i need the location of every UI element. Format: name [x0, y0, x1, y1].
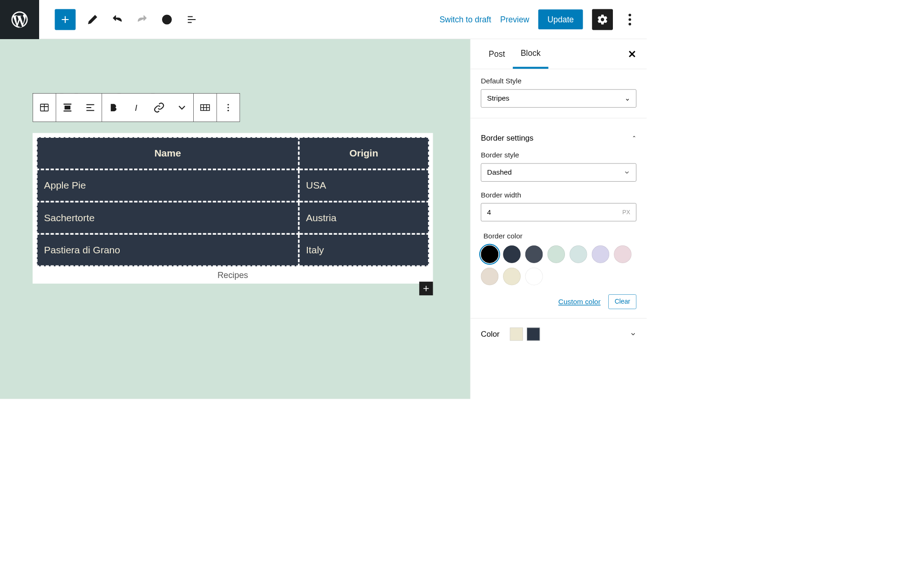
italic-icon[interactable]: I — [125, 94, 148, 122]
block-more-icon[interactable] — [217, 94, 240, 122]
color-swatch[interactable] — [503, 268, 521, 285]
info-icon[interactable] — [159, 12, 175, 27]
border-style-select[interactable]: Dashed — [481, 163, 637, 182]
table-header[interactable]: Name — [37, 137, 299, 169]
svg-text:I: I — [135, 103, 137, 113]
svg-point-2 — [629, 18, 632, 21]
border-width-input[interactable]: PX — [481, 203, 637, 221]
block-toolbar: B I — [33, 93, 240, 122]
table-row: Apple PieUSA — [37, 170, 429, 202]
color-swatch[interactable] — [503, 245, 521, 263]
svg-point-11 — [227, 110, 229, 111]
settings-button[interactable] — [592, 9, 613, 30]
preview-button[interactable]: Preview — [500, 15, 529, 24]
chevron-down-icon: ⌄ — [625, 94, 631, 102]
color-swatches — [481, 245, 637, 285]
switch-to-draft-button[interactable]: Switch to draft — [440, 15, 491, 24]
color-swatch[interactable] — [547, 245, 565, 263]
default-style-label: Default Style — [481, 77, 637, 85]
table-row: SachertorteAustria — [37, 202, 429, 234]
wordpress-logo[interactable] — [0, 0, 39, 39]
table-block-icon[interactable] — [33, 94, 56, 122]
close-sidebar-icon[interactable]: ✕ — [628, 48, 637, 61]
text-align-icon[interactable] — [79, 94, 102, 122]
color-swatch[interactable] — [481, 245, 499, 263]
bold-icon[interactable]: B — [102, 94, 125, 122]
table-block[interactable]: Name Origin Apple PieUSA SachertorteAust… — [33, 133, 433, 284]
border-style-label: Border style — [481, 151, 637, 159]
custom-color-link[interactable]: Custom color — [558, 298, 601, 306]
color-swatch[interactable] — [570, 245, 587, 263]
add-block-button[interactable] — [55, 9, 76, 30]
border-settings-panel[interactable]: Border settings ⌃ — [481, 125, 637, 151]
more-formatting-icon[interactable] — [170, 94, 193, 122]
more-menu-button[interactable] — [622, 12, 638, 27]
table-edit-icon[interactable] — [194, 94, 217, 122]
svg-point-1 — [629, 14, 632, 16]
table-row: Pastiera di GranoItaly — [37, 234, 429, 266]
link-icon[interactable] — [148, 94, 170, 122]
svg-text:B: B — [110, 103, 117, 113]
color-swatch[interactable] — [592, 245, 610, 263]
redo-icon[interactable] — [134, 12, 150, 27]
align-icon[interactable] — [56, 94, 79, 122]
border-color-label: Border color — [483, 232, 636, 240]
edit-icon[interactable] — [85, 12, 101, 27]
outline-icon[interactable] — [184, 12, 200, 27]
color-swatch[interactable] — [525, 268, 543, 285]
default-style-select[interactable]: Stripes ⌄ — [481, 89, 637, 108]
svg-rect-5 — [65, 106, 70, 109]
add-block-below-button[interactable] — [419, 282, 433, 295]
color-swatch[interactable] — [481, 268, 499, 285]
color-swatch[interactable] — [525, 245, 543, 263]
chevron-up-icon: ⌃ — [632, 135, 636, 141]
table-header[interactable]: Origin — [299, 137, 429, 169]
svg-point-3 — [629, 23, 632, 26]
editor-canvas[interactable]: Table Block B I — [0, 39, 470, 399]
update-button[interactable]: Update — [538, 9, 583, 29]
tab-post[interactable]: Post — [481, 39, 513, 68]
color-preview — [510, 328, 523, 341]
table-caption[interactable]: Recipes — [36, 270, 430, 280]
color-panel[interactable]: Color — [481, 325, 637, 343]
svg-point-9 — [227, 104, 229, 105]
undo-icon[interactable] — [109, 12, 125, 27]
chevron-down-icon — [630, 331, 636, 338]
svg-point-10 — [227, 107, 229, 108]
clear-color-button[interactable]: Clear — [608, 294, 636, 309]
border-width-label: Border width — [481, 191, 637, 199]
color-preview — [527, 328, 540, 341]
color-swatch[interactable] — [614, 245, 632, 263]
chevron-down-icon — [624, 169, 630, 176]
settings-sidebar: Post Block ✕ Default Style Stripes ⌄ Bor… — [470, 39, 646, 399]
tab-block[interactable]: Block — [513, 39, 548, 68]
